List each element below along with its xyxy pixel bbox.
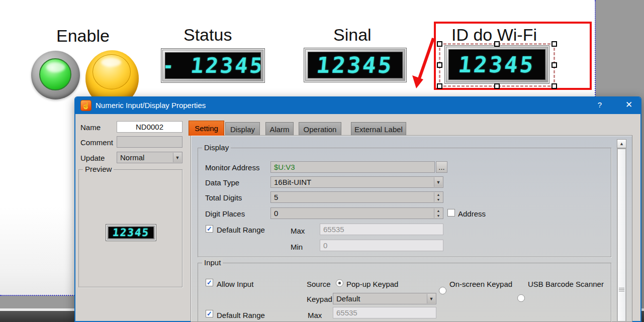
update-dropdown-value: Normal: [120, 153, 144, 162]
chevron-down-icon: ▼: [173, 153, 181, 162]
display-group-label: Display: [202, 143, 231, 152]
selection-handle-sw[interactable]: [437, 83, 442, 89]
total-digits-spinner[interactable]: 5 ▲▼: [270, 191, 443, 203]
preview-group-label: Preview: [83, 165, 114, 173]
name-label: Name: [80, 123, 101, 132]
total-digits-label: Total Digits: [205, 193, 242, 202]
indicator-lamp-widget[interactable]: [31, 51, 80, 99]
selection-handle-se[interactable]: [551, 83, 557, 89]
dialog-titlebar[interactable]: ☝ Numeric Input/Display Properties ? ✕: [75, 97, 640, 114]
help-button[interactable]: ?: [594, 100, 606, 112]
radio-dot: [338, 282, 341, 284]
data-type-value: 16Bit-UINT: [274, 178, 311, 186]
tab-setting[interactable]: Setting: [189, 121, 224, 136]
source-onscreen-keypad-label: On-screen Keypad: [449, 280, 512, 288]
push-button-dome: [93, 54, 131, 89]
display-default-range-label: Default Range: [217, 226, 265, 234]
tab-external-label-label: External Label: [354, 125, 403, 134]
comment-label: Comment: [80, 138, 113, 147]
input-default-range-label: Default Range: [217, 311, 265, 319]
input-max-label: Max: [308, 311, 322, 319]
spinner-arrows-icon[interactable]: ▲▼: [434, 192, 442, 202]
tab-display[interactable]: Display: [225, 122, 260, 136]
tab-setting-label: Setting: [195, 124, 218, 133]
push-button-highlight: [101, 58, 121, 67]
data-type-dropdown[interactable]: 16Bit-UINT ▼: [270, 176, 443, 188]
input-max-field[interactable]: 65535: [333, 307, 436, 318]
address-checkbox-label: Address: [458, 209, 486, 218]
wifi-numeric-display-widget[interactable]: 12345: [444, 45, 549, 84]
update-dropdown[interactable]: Normal ▼: [117, 152, 182, 163]
data-type-label: Data Type: [205, 178, 239, 187]
address-checkbox[interactable]: [447, 209, 455, 217]
scrollbar-thumb[interactable]: [617, 149, 626, 321]
selection-handle-w[interactable]: [437, 62, 442, 68]
name-field[interactable]: ND0002: [117, 121, 182, 133]
preview-display: 12345: [106, 224, 156, 241]
source-radio-onscreen-keypad[interactable]: [439, 287, 446, 294]
scrollbar-thumb-grip: [619, 288, 624, 292]
wifi-display-value: 12345: [457, 52, 537, 77]
source-usb-barcode-label: USB Barcode Scanner: [528, 280, 604, 288]
comment-field[interactable]: [117, 136, 182, 148]
lamp-gloss-highlight: [46, 62, 65, 72]
sinal-label: Sinal: [333, 25, 372, 45]
spinner-arrows-icon[interactable]: ▲▼: [434, 208, 442, 218]
update-label: Update: [80, 154, 105, 162]
sinal-numeric-display-widget[interactable]: 12345: [304, 48, 407, 82]
selection-handle-s[interactable]: [494, 83, 500, 89]
monitor-address-label: Monitor Address: [205, 163, 259, 172]
sinal-display-value: 12345: [316, 52, 395, 78]
scrollbar-up-arrow[interactable]: ▲: [617, 139, 626, 148]
display-max-field[interactable]: 65535: [320, 224, 443, 235]
digit-places-value: 0: [274, 209, 278, 218]
monitor-address-browse-button[interactable]: ...: [436, 161, 447, 173]
total-digits-value: 5: [274, 193, 278, 201]
enable-label: Enable: [56, 26, 110, 46]
preview-display-value: 12345: [112, 227, 150, 239]
allow-input-label: Allow Input: [217, 280, 253, 288]
input-default-range-checkbox[interactable]: ✓: [206, 310, 213, 317]
display-min-label: Min: [291, 243, 303, 251]
tab-alarm[interactable]: Alarm: [265, 122, 294, 136]
monitor-address-field[interactable]: $U:V3: [270, 161, 435, 173]
keypad-label: Keypad: [307, 295, 332, 303]
display-min-field[interactable]: 0: [320, 240, 443, 251]
digit-places-spinner[interactable]: 0 ▲▼: [270, 207, 443, 219]
tab-alarm-label: Alarm: [269, 125, 289, 134]
tab-operation[interactable]: Operation: [299, 122, 341, 136]
keypad-value: Default: [336, 294, 360, 303]
selected-widget-outline: 12345: [439, 43, 555, 87]
dialog-app-icon: ☝: [80, 100, 91, 111]
red-annotation-arrow: [402, 31, 442, 96]
close-button[interactable]: ✕: [621, 99, 636, 112]
selection-handle-ne[interactable]: [551, 41, 557, 47]
keypad-dropdown[interactable]: Default ▼: [333, 293, 436, 304]
digit-places-label: Digit Places: [205, 209, 245, 218]
status-label: Status: [183, 25, 232, 45]
selection-handle-nw[interactable]: [437, 41, 442, 47]
input-group-label: Input: [202, 258, 223, 267]
tab-external-label[interactable]: External Label: [351, 122, 406, 136]
preview-groupbox: Preview 12345: [78, 169, 182, 287]
status-numeric-display-widget[interactable]: - 12345: [161, 48, 265, 83]
selection-handle-e[interactable]: [551, 62, 557, 68]
source-radio-popup-keypad[interactable]: [336, 279, 343, 287]
source-label: Source: [307, 280, 331, 288]
allow-input-checkbox[interactable]: ✓: [206, 279, 213, 286]
dialog-title: Numeric Input/Display Properties: [96, 101, 206, 110]
numeric-properties-dialog: ☝ Numeric Input/Display Properties ? ✕ N…: [74, 96, 641, 322]
source-radio-usb-barcode[interactable]: [517, 294, 525, 302]
lamp-green-face: [39, 58, 71, 90]
selection-handle-n[interactable]: [494, 41, 500, 47]
display-default-range-checkbox[interactable]: ✓: [206, 225, 213, 233]
chevron-down-icon: ▼: [434, 177, 442, 187]
chevron-down-icon: ▼: [427, 294, 435, 303]
status-display-value: - 12345: [165, 53, 261, 78]
tab-display-label: Display: [230, 125, 255, 134]
tab-operation-label: Operation: [304, 125, 337, 134]
source-popup-keypad-label: Pop-up Keypad: [346, 280, 398, 288]
display-max-label: Max: [291, 227, 305, 235]
